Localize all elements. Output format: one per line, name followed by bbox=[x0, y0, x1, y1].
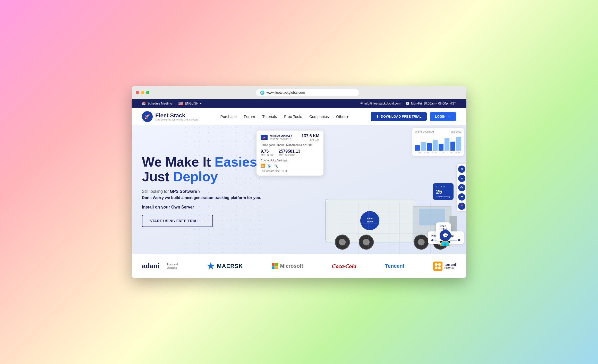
chart-label-4: 21 Dec bbox=[439, 152, 446, 153]
speed-stat: 9.75 KM/H speed bbox=[261, 149, 274, 156]
language-selector[interactable]: 🇺🇸 ENGLISH ▾ bbox=[178, 101, 202, 106]
nav-forum[interactable]: Forum bbox=[244, 114, 255, 119]
microsoft-logo: Microsoft bbox=[272, 263, 303, 269]
vehicle-time: 6m 22s bbox=[302, 138, 319, 141]
download-free-trial-button[interactable]: ⬇ DOWNLOAD FREE TRIAL bbox=[371, 112, 427, 121]
clock-icon: 🕐 bbox=[406, 102, 409, 105]
chart-year: Year 2023 bbox=[451, 131, 461, 133]
language-label: ENGLISH bbox=[185, 102, 199, 105]
chat-widget-container: Need Help? Speak to us here! 🧑‍💻 💬 bbox=[439, 236, 451, 246]
current-percentage: 25 bbox=[436, 188, 450, 195]
connectivity-label: Connectivity Settings: bbox=[261, 159, 319, 162]
nav-tutorials[interactable]: Tutorials bbox=[262, 114, 277, 119]
odometer-stat: 2579581.13 KM/H odometer bbox=[279, 149, 301, 156]
top-bar-left: 📅 Schedule Meeting 🇺🇸 ENGLISH ▾ bbox=[142, 101, 202, 106]
maximize-dot[interactable] bbox=[146, 91, 149, 94]
ms-red-square bbox=[272, 263, 275, 266]
vehicle-number: MH03CV9547 bbox=[270, 134, 292, 138]
browser-dots bbox=[136, 91, 149, 94]
arrow-right-icon: → bbox=[448, 115, 451, 118]
hero-title-dark1: We Make It bbox=[142, 154, 215, 169]
odometer-label: KM/H odometer bbox=[279, 154, 301, 156]
globe-icon: 🌐 bbox=[260, 91, 264, 95]
torrent-dot-4 bbox=[438, 266, 441, 269]
maersk-text: MAERSK bbox=[217, 263, 243, 270]
chat-title: Need Help? bbox=[439, 224, 447, 231]
location-side-icon[interactable]: 📍 bbox=[458, 203, 465, 210]
chart-header: Vehicle Driven KM Year 2023 bbox=[415, 131, 461, 133]
nav-purchase[interactable]: Purchase bbox=[220, 114, 236, 119]
chart-label-3: 20 Dec bbox=[431, 152, 438, 153]
tencent-text: Tencent bbox=[385, 263, 404, 269]
minimize-dot[interactable] bbox=[141, 91, 144, 94]
address-bar[interactable]: 🌐 www.fleetstackglobal.com bbox=[256, 89, 359, 96]
torrent-text-block: torrent POWER bbox=[445, 263, 456, 270]
microsoft-text: Microsoft bbox=[280, 263, 303, 269]
vehicle-card-header: 🚗 MH03CV9547 355172109020816 137.6 KM 6m… bbox=[261, 134, 319, 141]
odometer-value: 2579581.13 bbox=[279, 149, 301, 154]
chat-open-button[interactable]: 💬 bbox=[440, 230, 451, 241]
ms-blue-square bbox=[272, 266, 275, 269]
vehicle-km-value: 137.6 KM bbox=[302, 134, 319, 138]
ms-green-square bbox=[275, 263, 278, 266]
torrent-dot-1 bbox=[435, 263, 438, 266]
chart-label-2: 19 Dec bbox=[423, 152, 430, 153]
nav-free-tools[interactable]: Free Tools bbox=[284, 114, 302, 119]
cocacola-logo: Coca·Cola bbox=[332, 263, 356, 270]
gps-highlight: GPS Software bbox=[170, 189, 197, 194]
login-button[interactable]: LOGIN → bbox=[430, 112, 456, 121]
trial-btn-label: START USING FREE TRIAL bbox=[150, 219, 199, 223]
hero-title-accent1: Easiest bbox=[215, 154, 261, 169]
maersk-star-icon bbox=[207, 262, 215, 270]
side-social-icons: ⚙ in 🗺 ⚑ 📍 bbox=[457, 164, 466, 211]
chart-title: Vehicle Driven KM bbox=[415, 131, 434, 133]
route-start-dot bbox=[431, 239, 433, 241]
flag-side-icon[interactable]: ⚑ bbox=[458, 193, 465, 201]
nav-buttons: ⬇ DOWNLOAD FREE TRIAL LOGIN → bbox=[371, 112, 456, 121]
logo-tagline: Stop Searching self hosted GPS Software bbox=[155, 118, 198, 121]
chart-overlay: Vehicle Driven KM Year 2023 17 Dec 19 De… bbox=[412, 128, 464, 156]
browser-chrome: 🌐 www.fleetstackglobal.com bbox=[132, 86, 466, 99]
close-dot[interactable] bbox=[136, 91, 139, 94]
logo-name: Fleet Stack bbox=[155, 112, 198, 119]
route-end-dot bbox=[458, 239, 460, 241]
hero-title-dark2: Just bbox=[142, 169, 173, 184]
hero-title-accent2: Deploy bbox=[173, 169, 218, 184]
navbar: 🚀 Fleet Stack Stop Searching self hosted… bbox=[132, 108, 466, 125]
nav-companies[interactable]: Companies bbox=[309, 114, 329, 119]
chart-bar-7 bbox=[450, 142, 455, 151]
browser-window: 🌐 www.fleetstackglobal.com 📅 Schedule Me… bbox=[132, 86, 466, 278]
calendar-icon: 📅 bbox=[142, 102, 146, 105]
map-side-icon[interactable]: 🗺 bbox=[458, 184, 465, 191]
email-text: info@fleetstackglobal.com bbox=[364, 102, 400, 105]
chart-label-1: 17 Dec bbox=[415, 152, 422, 153]
vehicle-km: 137.6 KM 6m 22s bbox=[302, 134, 319, 141]
logo[interactable]: 🚀 Fleet Stack Stop Searching self hosted… bbox=[142, 111, 198, 122]
current-label-top: Currently bbox=[436, 185, 450, 188]
schedule-meeting-button[interactable]: 📅 Schedule Meeting bbox=[142, 102, 172, 105]
linkedin-icon[interactable]: in bbox=[458, 175, 465, 182]
hours-text: Mon-Fri: 10:00am - 08:00pm-IST bbox=[411, 102, 456, 105]
hero-section: We Make It Easiest Just Deploy Still loo… bbox=[132, 125, 466, 254]
current-progress-card: Currently 25 25% Running bbox=[433, 183, 454, 200]
settings-side-icon[interactable]: ⚙ bbox=[458, 166, 465, 173]
nav-other[interactable]: Other ▾ bbox=[336, 114, 349, 119]
hero-title-line1: We Make It Easiest bbox=[142, 155, 261, 169]
flag-icon: 🇺🇸 bbox=[178, 101, 183, 106]
chart-bar-6 bbox=[445, 138, 449, 151]
vehicle-details: MH03CV9547 355172109020816 bbox=[270, 134, 292, 141]
top-bar: 📅 Schedule Meeting 🇺🇸 ENGLISH ▾ ✉ info@f… bbox=[132, 99, 466, 108]
chart-bars bbox=[415, 135, 461, 151]
vehicle-stats: 9.75 KM/H speed 2579581.13 KM/H odometer bbox=[261, 149, 319, 156]
last-update: Last update time: 10 M bbox=[261, 170, 319, 172]
arrow-right-icon: → bbox=[201, 219, 205, 223]
cocacola-text: Coca·Cola bbox=[332, 263, 356, 270]
speed-label: KM/H speed bbox=[261, 154, 274, 156]
logo-text: Fleet Stack Stop Searching self hosted G… bbox=[155, 112, 198, 121]
url-text: www.fleetstackglobal.com bbox=[267, 91, 305, 94]
vehicle-info-card: 🚗 MH03CV9547 355172109020816 137.6 KM 6m… bbox=[257, 131, 323, 176]
vehicle-sub-id: 355172109020816 bbox=[270, 138, 292, 141]
chart-bar-4 bbox=[433, 140, 438, 151]
maersk-logo: MAERSK bbox=[207, 262, 243, 270]
start-free-trial-button[interactable]: START USING FREE TRIAL → bbox=[142, 215, 213, 227]
